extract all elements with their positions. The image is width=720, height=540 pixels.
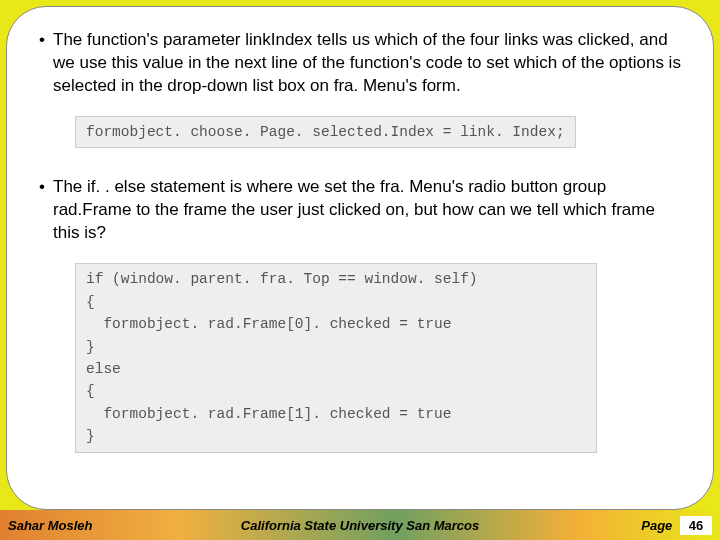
footer-page-number: 46 bbox=[680, 516, 712, 535]
footer-author: Sahar Mosleh bbox=[8, 518, 93, 533]
code-snippet-1: formobject. choose. Page. selected.Index… bbox=[75, 116, 576, 148]
bullet-dot: • bbox=[39, 29, 53, 52]
bullet-2-text: The if. . else statement is where we set… bbox=[53, 177, 655, 242]
footer-page-label: Page bbox=[641, 518, 672, 533]
bullet-dot: • bbox=[39, 176, 53, 199]
footer-page: Page 46 bbox=[641, 516, 712, 535]
bullet-1: •The function's parameter linkIndex tell… bbox=[35, 29, 685, 98]
slide-footer: Sahar Mosleh California State University… bbox=[0, 510, 720, 540]
bullet-2: •The if. . else statement is where we se… bbox=[35, 176, 685, 245]
footer-institution: California State University San Marcos bbox=[241, 518, 479, 533]
code-snippet-2: if (window. parent. fra. Top == window. … bbox=[75, 263, 597, 453]
slide-card: •The function's parameter linkIndex tell… bbox=[6, 6, 714, 510]
bullet-1-text: The function's parameter linkIndex tells… bbox=[53, 30, 681, 95]
